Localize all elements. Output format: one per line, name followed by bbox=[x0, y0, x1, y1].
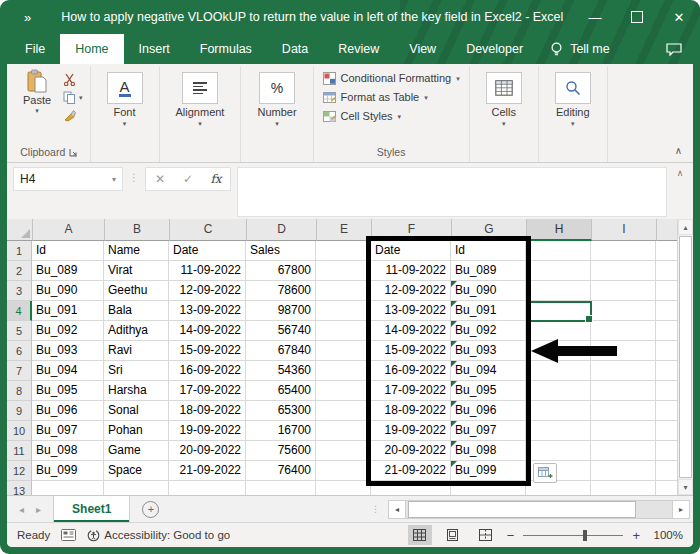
cell-B4[interactable]: Bala bbox=[104, 301, 169, 321]
tab-data[interactable]: Data bbox=[267, 34, 323, 64]
page-layout-view-button[interactable] bbox=[441, 525, 465, 545]
cell-B6[interactable]: Ravi bbox=[104, 341, 169, 361]
hscroll-right-icon[interactable]: ▸ bbox=[672, 500, 690, 519]
enter-formula-button[interactable]: ✓ bbox=[174, 172, 202, 186]
expand-formula-bar-icon[interactable]: ∧ bbox=[673, 167, 687, 178]
cell-E13[interactable] bbox=[316, 481, 371, 495]
cell-I4[interactable] bbox=[591, 301, 656, 321]
hscroll-left-icon[interactable]: ◂ bbox=[388, 500, 406, 519]
cell-C13[interactable] bbox=[169, 481, 246, 495]
cell-C6[interactable]: 15-09-2022 bbox=[169, 341, 246, 361]
cell-G13[interactable] bbox=[451, 481, 526, 495]
row-header-7[interactable]: 7 bbox=[7, 361, 32, 381]
cell-G7[interactable]: Bu_094 bbox=[451, 361, 526, 381]
cell-I3[interactable] bbox=[591, 281, 656, 301]
cell-H2[interactable] bbox=[526, 261, 591, 281]
name-box[interactable]: H4 ▾ bbox=[13, 167, 123, 191]
cell-B12[interactable]: Space bbox=[104, 461, 169, 481]
cell-H11[interactable] bbox=[526, 441, 591, 461]
row-header-13[interactable]: 13 bbox=[7, 481, 32, 495]
cell-D13[interactable] bbox=[246, 481, 316, 495]
col-header-F[interactable]: F bbox=[372, 219, 452, 241]
cell-D2[interactable]: 67800 bbox=[246, 261, 316, 281]
cell-C12[interactable]: 21-09-2022 bbox=[169, 461, 246, 481]
col-header-E[interactable]: E bbox=[317, 219, 372, 241]
normal-view-button[interactable] bbox=[408, 525, 432, 545]
zoom-in-button[interactable]: + bbox=[632, 528, 640, 543]
cell-G6[interactable]: Bu_093 bbox=[451, 341, 526, 361]
cell-G2[interactable]: Bu_089 bbox=[451, 261, 526, 281]
cell-D9[interactable]: 65300 bbox=[246, 401, 316, 421]
cell-D10[interactable]: 16700 bbox=[246, 421, 316, 441]
cell-C1[interactable]: Date bbox=[169, 241, 246, 261]
col-header-B[interactable]: B bbox=[105, 219, 170, 241]
tell-me[interactable]: Tell me bbox=[538, 34, 622, 64]
cell-F11[interactable]: 20-09-2022 bbox=[371, 441, 451, 461]
cell-A1[interactable]: Id bbox=[32, 241, 104, 261]
cell-F6[interactable]: 15-09-2022 bbox=[371, 341, 451, 361]
horizontal-scrollbar[interactable]: ⋮ ◂ ▸ bbox=[371, 496, 693, 522]
tab-home[interactable]: Home bbox=[60, 34, 123, 64]
worksheet-grid[interactable]: ABCDEFGHI1IdNameDateSalesDateId2Bu_089Vi… bbox=[7, 219, 693, 495]
cell-G3[interactable]: Bu_090 bbox=[451, 281, 526, 301]
cell-A5[interactable]: Bu_092 bbox=[32, 321, 104, 341]
sheet-nav-right-icon[interactable]: ▸ bbox=[36, 504, 41, 515]
format-as-table-button[interactable]: Format as Table ▾ bbox=[321, 88, 430, 106]
cell-E1[interactable] bbox=[316, 241, 371, 261]
cell-F12[interactable]: 21-09-2022 bbox=[371, 461, 451, 481]
cell-E5[interactable] bbox=[316, 321, 371, 341]
row-header-11[interactable]: 11 bbox=[7, 441, 32, 461]
cell-H10[interactable] bbox=[526, 421, 591, 441]
alignment-button[interactable]: Alignment ▾ bbox=[167, 69, 234, 127]
cell-H1[interactable] bbox=[526, 241, 591, 261]
cell-A2[interactable]: Bu_089 bbox=[32, 261, 104, 281]
cell-C10[interactable]: 19-09-2022 bbox=[169, 421, 246, 441]
cell-B3[interactable]: Geethu bbox=[104, 281, 169, 301]
formula-input[interactable] bbox=[237, 167, 667, 217]
macro-record-icon[interactable] bbox=[61, 529, 76, 541]
cell-D4[interactable]: 98700 bbox=[246, 301, 316, 321]
number-button[interactable]: % Number ▾ bbox=[248, 69, 305, 127]
cell-B13[interactable] bbox=[104, 481, 169, 495]
cell-C2[interactable]: 11-09-2022 bbox=[169, 261, 246, 281]
row-header-3[interactable]: 3 bbox=[7, 281, 32, 301]
col-header-A[interactable]: A bbox=[33, 219, 105, 241]
cut-button[interactable] bbox=[63, 72, 83, 86]
cell-F3[interactable]: 12-09-2022 bbox=[371, 281, 451, 301]
collapse-ribbon-icon[interactable]: ∧ bbox=[675, 145, 682, 156]
row-header-4[interactable]: 4 bbox=[7, 301, 32, 321]
scroll-up-icon[interactable]: ▴ bbox=[678, 219, 693, 235]
cell-B10[interactable]: Pohan bbox=[104, 421, 169, 441]
cell-F4[interactable]: 13-09-2022 bbox=[371, 301, 451, 321]
cell-F5[interactable]: 14-09-2022 bbox=[371, 321, 451, 341]
cell-styles-button[interactable]: Cell Styles ▾ bbox=[321, 107, 403, 125]
hscroll-thumb[interactable] bbox=[408, 501, 636, 518]
cell-G11[interactable]: Bu_098 bbox=[451, 441, 526, 461]
font-button[interactable]: A Font ▾ bbox=[98, 69, 152, 127]
cell-I10[interactable] bbox=[591, 421, 656, 441]
paste-options-button[interactable] bbox=[533, 463, 557, 483]
cell-E9[interactable] bbox=[316, 401, 371, 421]
cell-H8[interactable] bbox=[526, 381, 591, 401]
cell-E8[interactable] bbox=[316, 381, 371, 401]
tab-formulas[interactable]: Formulas bbox=[185, 34, 267, 64]
cell-A3[interactable]: Bu_090 bbox=[32, 281, 104, 301]
cell-D7[interactable]: 54360 bbox=[246, 361, 316, 381]
grid-cells-area[interactable]: ABCDEFGHI1IdNameDateSalesDateId2Bu_089Vi… bbox=[7, 219, 677, 495]
page-break-view-button[interactable] bbox=[474, 525, 498, 545]
cell-I7[interactable] bbox=[591, 361, 656, 381]
cell-E11[interactable] bbox=[316, 441, 371, 461]
cell-F8[interactable]: 17-09-2022 bbox=[371, 381, 451, 401]
hscroll-track[interactable] bbox=[406, 500, 672, 519]
cell-G1[interactable]: Id bbox=[451, 241, 526, 261]
cell-G9[interactable]: Bu_096 bbox=[451, 401, 526, 421]
cell-B5[interactable]: Adithya bbox=[104, 321, 169, 341]
tab-developer[interactable]: Developer bbox=[451, 34, 538, 64]
cell-H7[interactable] bbox=[526, 361, 591, 381]
cell-D3[interactable]: 78600 bbox=[246, 281, 316, 301]
scroll-down-icon[interactable]: ▾ bbox=[678, 479, 693, 495]
cell-E4[interactable] bbox=[316, 301, 371, 321]
cell-I8[interactable] bbox=[591, 381, 656, 401]
minimize-button[interactable]: — bbox=[574, 0, 616, 34]
zoom-slider[interactable] bbox=[523, 535, 623, 536]
